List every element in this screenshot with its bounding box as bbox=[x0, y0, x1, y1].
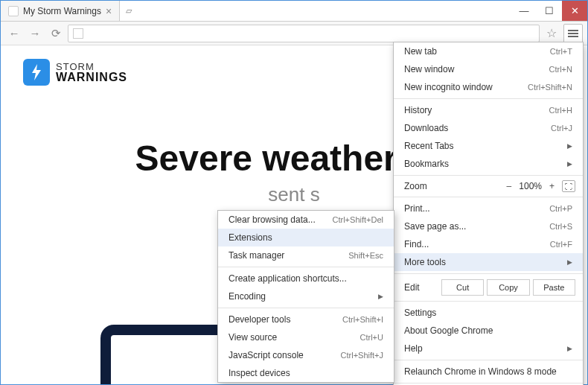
submenu-inspect-devices[interactable]: Inspect devices bbox=[218, 364, 394, 382]
logo-text: STORM WARNINGS bbox=[56, 62, 127, 83]
zoom-value: 100% bbox=[519, 181, 542, 191]
menu-print[interactable]: Print...Ctrl+P bbox=[394, 200, 583, 217]
copy-button[interactable]: Copy bbox=[487, 279, 529, 296]
bookmark-star-icon[interactable]: ☆ bbox=[543, 26, 560, 40]
window-controls: — ☐ ✕ bbox=[511, 1, 587, 21]
submenu-js-console[interactable]: JavaScript consoleCtrl+Shift+J bbox=[218, 346, 394, 364]
back-button[interactable]: ← bbox=[5, 25, 23, 42]
close-window-button[interactable]: ✕ bbox=[562, 1, 587, 21]
menu-new-window[interactable]: New windowCtrl+N bbox=[394, 60, 583, 78]
reload-button[interactable]: ⟳ bbox=[47, 25, 65, 42]
menu-about[interactable]: About Google Chrome bbox=[394, 322, 583, 340]
address-bar[interactable] bbox=[68, 25, 540, 42]
menu-find[interactable]: Find...Ctrl+F bbox=[394, 235, 583, 253]
submenu-clear-data[interactable]: Clear browsing data...Ctrl+Shift+Del bbox=[218, 211, 394, 229]
tab-close-icon[interactable]: × bbox=[106, 5, 112, 17]
logo-line2: WARNINGS bbox=[56, 71, 127, 83]
menu-edit: Edit Cut Copy Paste bbox=[394, 276, 583, 299]
menu-history[interactable]: HistoryCtrl+H bbox=[394, 101, 583, 119]
submenu-devtools[interactable]: Developer toolsCtrl+Shift+I bbox=[218, 311, 394, 328]
maximize-button[interactable]: ☐ bbox=[537, 1, 562, 21]
submenu-extensions[interactable]: Extensions bbox=[218, 229, 394, 246]
hero-bold: Severe weather bbox=[135, 139, 397, 178]
chevron-right-icon: ▶ bbox=[567, 345, 572, 352]
logo[interactable]: STORM WARNINGS bbox=[23, 59, 127, 86]
menu-save-page[interactable]: Save page as...Ctrl+S bbox=[394, 217, 583, 235]
menu-recent-tabs[interactable]: Recent Tabs▶ bbox=[394, 137, 583, 155]
menu-relaunch[interactable]: Relaunch Chrome in Windows 8 mode bbox=[394, 363, 583, 381]
forward-button[interactable]: → bbox=[26, 25, 44, 42]
page-icon bbox=[73, 28, 83, 39]
menu-zoom: Zoom – 100% + ⛶ bbox=[394, 178, 583, 194]
submenu-task-manager[interactable]: Task managerShift+Esc bbox=[218, 246, 394, 264]
chevron-right-icon: ▶ bbox=[567, 142, 572, 150]
favicon-icon bbox=[8, 6, 19, 16]
fullscreen-button[interactable]: ⛶ bbox=[562, 180, 575, 192]
menu-downloads[interactable]: DownloadsCtrl+J bbox=[394, 119, 583, 137]
menu-incognito[interactable]: New incognito windowCtrl+Shift+N bbox=[394, 78, 583, 96]
submenu-view-source[interactable]: View sourceCtrl+U bbox=[218, 328, 394, 346]
zoom-label: Zoom bbox=[404, 181, 438, 191]
menu-bookmarks[interactable]: Bookmarks▶ bbox=[394, 155, 583, 173]
chevron-right-icon: ▶ bbox=[378, 293, 383, 300]
submenu-encoding[interactable]: Encoding▶ bbox=[218, 287, 394, 305]
tab-title: My Storm Warnings bbox=[23, 6, 101, 16]
submenu-shortcuts[interactable]: Create application shortcuts... bbox=[218, 270, 394, 287]
zoom-out-button[interactable]: – bbox=[507, 181, 512, 191]
chevron-right-icon: ▶ bbox=[567, 160, 572, 168]
chrome-menu-button[interactable] bbox=[563, 24, 583, 43]
menu-new-tab[interactable]: New tabCtrl+T bbox=[394, 42, 583, 60]
chrome-main-menu: New tabCtrl+T New windowCtrl+N New incog… bbox=[393, 42, 584, 385]
minimize-button[interactable]: — bbox=[511, 1, 537, 21]
browser-tab[interactable]: My Storm Warnings × bbox=[1, 1, 120, 21]
chevron-right-icon: ▶ bbox=[567, 258, 572, 266]
cut-button[interactable]: Cut bbox=[441, 279, 484, 296]
zoom-in-button[interactable]: + bbox=[549, 181, 555, 191]
lightning-icon bbox=[23, 59, 50, 86]
more-tools-submenu: Clear browsing data...Ctrl+Shift+Del Ext… bbox=[217, 210, 394, 383]
edit-label: Edit bbox=[404, 282, 438, 293]
hamburger-icon bbox=[568, 33, 578, 34]
menu-settings[interactable]: Settings bbox=[394, 304, 583, 322]
titlebar: My Storm Warnings × ▱ — ☐ ✕ bbox=[1, 1, 587, 22]
paste-button[interactable]: Paste bbox=[533, 279, 575, 296]
new-tab-button[interactable]: ▱ bbox=[120, 1, 138, 21]
logo-line1: STORM bbox=[56, 62, 127, 71]
menu-help[interactable]: Help▶ bbox=[394, 340, 583, 357]
menu-more-tools[interactable]: More tools▶ bbox=[394, 253, 583, 271]
